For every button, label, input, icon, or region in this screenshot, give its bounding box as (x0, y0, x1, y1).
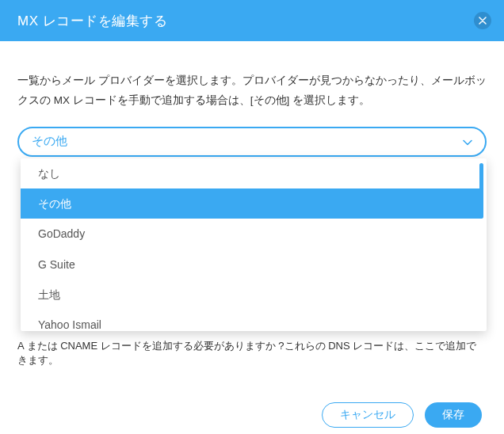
provider-select-wrap: その他 なし その他 GoDaddy G Suite 土地 Yahoo Isma… (17, 127, 487, 157)
provider-option[interactable]: その他 (21, 188, 482, 219)
provider-option[interactable]: 土地 (21, 280, 482, 310)
provider-option[interactable]: Yahoo Ismail (21, 310, 482, 331)
save-button[interactable]: 保存 (425, 402, 482, 428)
provider-dropdown: なし その他 GoDaddy G Suite 土地 Yahoo Ismail (21, 158, 487, 331)
provider-selected-value: その他 (32, 134, 67, 149)
dialog-content: 一覧からメール プロバイダーを選択します。プロバイダーが見つからなかったり、メー… (0, 41, 504, 367)
provider-dropdown-list[interactable]: なし その他 GoDaddy G Suite 土地 Yahoo Ismail (21, 158, 482, 331)
dialog-header: MX レコードを編集する (0, 0, 504, 41)
provider-select[interactable]: その他 (17, 127, 487, 157)
provider-option[interactable]: GoDaddy (21, 219, 482, 249)
close-icon (479, 14, 487, 27)
cancel-button[interactable]: キャンセル (322, 402, 414, 428)
dialog-buttons: キャンセル 保存 (0, 402, 504, 428)
scrollbar-thumb[interactable] (479, 163, 483, 219)
footer-help-text: A または CNAME レコードを追加する必要がありますか ?これらの DNS … (17, 339, 487, 367)
provider-option[interactable]: G Suite (21, 249, 482, 280)
chevron-down-icon (463, 135, 472, 148)
dialog-title: MX レコードを編集する (17, 12, 167, 30)
provider-option[interactable]: なし (21, 158, 482, 188)
description-text: 一覧からメール プロバイダーを選択します。プロバイダーが見つからなかったり、メー… (17, 71, 487, 111)
close-button[interactable] (474, 12, 491, 29)
